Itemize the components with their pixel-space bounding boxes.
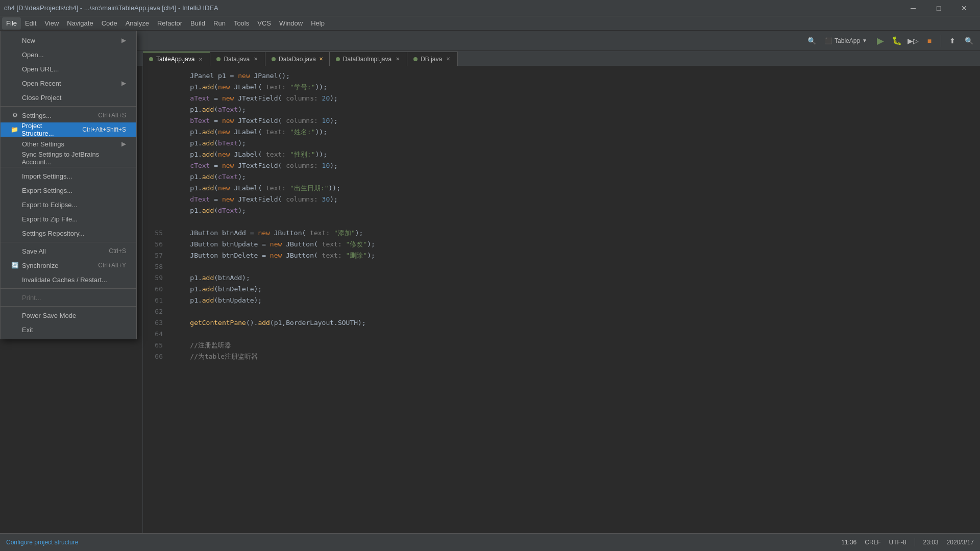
menu-tools[interactable]: Tools bbox=[230, 17, 253, 30]
status-line-ending: CRLF bbox=[865, 539, 880, 546]
file-dropdown-menu: New ▶ Open... Open URL... Open Recent ▶ … bbox=[0, 31, 137, 339]
menu-help[interactable]: Help bbox=[307, 17, 329, 30]
menu-item-import-settings[interactable]: Import Settings... bbox=[1, 169, 136, 183]
ln: 58 bbox=[143, 261, 163, 272]
tab-close-datadaoimpl[interactable]: ✕ bbox=[395, 56, 401, 62]
menu-item-invalidate-label: Invalidate Caches / Restart... bbox=[22, 276, 107, 284]
code-line: JPanel p1 = new JPanel(); bbox=[174, 70, 976, 82]
ln: 57 bbox=[143, 250, 163, 261]
menu-edit[interactable]: Edit bbox=[21, 17, 40, 30]
toolbar-search-btn[interactable]: 🔍 bbox=[804, 34, 819, 48]
code-line: cText = new JTextField( columns: 10); bbox=[174, 160, 976, 171]
power-icon bbox=[11, 311, 19, 319]
menu-item-export-settings[interactable]: Export Settings... bbox=[1, 183, 136, 197]
code-editor[interactable]: 55 56 57 58 59 60 61 62 63 64 65 66 JPan… bbox=[143, 66, 980, 533]
close-button[interactable]: ✕ bbox=[952, 1, 976, 15]
tab-label: DataDao.java bbox=[279, 56, 316, 63]
code-line bbox=[174, 261, 976, 272]
repo-icon bbox=[11, 229, 19, 237]
menu-item-export-eclipse[interactable]: Export to Eclipse... bbox=[1, 197, 136, 212]
menu-shortcut: Ctrl+Alt+S bbox=[98, 112, 126, 119]
menu-build[interactable]: Build bbox=[186, 17, 209, 30]
menu-item-export-zip[interactable]: Export to Zip File... bbox=[1, 212, 136, 226]
menu-run[interactable]: Run bbox=[209, 17, 230, 30]
synchronize-icon: 🔄 bbox=[11, 261, 19, 269]
run-coverage-button[interactable]: ▶▷ bbox=[906, 34, 920, 48]
ln: 60 bbox=[143, 284, 163, 295]
menu-item-print[interactable]: Print... bbox=[1, 290, 136, 305]
ln bbox=[143, 149, 163, 160]
code-line: //为table注册监听器 bbox=[174, 351, 976, 362]
toolbar-run-config[interactable]: ⬛ TableApp ▼ bbox=[821, 35, 871, 46]
menu-item-print-label: Print... bbox=[22, 294, 41, 302]
title-bar-text: ch4 [D:\IdeaProjects\ch4] - ...\src\main… bbox=[4, 4, 218, 12]
update-button[interactable]: ⬆ bbox=[945, 34, 960, 48]
menu-item-new-label: New bbox=[22, 37, 35, 44]
code-line: JButton btnUpdate = new JButton( text: "… bbox=[174, 239, 976, 250]
submenu-arrow-icon: ▶ bbox=[121, 37, 126, 44]
title-bar-controls: ─ □ ✕ bbox=[901, 1, 976, 15]
menu-analyze[interactable]: Analyze bbox=[121, 17, 153, 30]
menu-item-other-settings[interactable]: Other Settings ▶ bbox=[1, 137, 136, 151]
menu-item-save-all[interactable]: Save All Ctrl+S bbox=[1, 244, 136, 258]
tab-tableapp[interactable]: TableApp.java ✕ bbox=[143, 52, 210, 66]
stop-button[interactable]: ■ bbox=[922, 34, 937, 48]
eclipse-icon bbox=[11, 201, 19, 209]
ln bbox=[143, 70, 163, 82]
tab-data[interactable]: Data.java ✕ bbox=[210, 52, 265, 66]
code-text[interactable]: JPanel p1 = new JPanel(); p1.add(new JLa… bbox=[166, 66, 980, 533]
menu-item-close-project[interactable]: Close Project bbox=[1, 90, 136, 105]
menu-item-open-url-label: Open URL... bbox=[22, 65, 59, 73]
tab-icon bbox=[336, 57, 340, 61]
menu-view[interactable]: View bbox=[40, 17, 63, 30]
menu-item-power-save[interactable]: Power Save Mode bbox=[1, 308, 136, 322]
menu-separator bbox=[1, 242, 136, 242]
code-line: aText = new JTextField( columns: 20); bbox=[174, 93, 976, 104]
open-recent-icon bbox=[11, 79, 19, 87]
tab-close-data[interactable]: ✕ bbox=[253, 56, 259, 62]
menu-item-export-zip-label: Export to Zip File... bbox=[22, 215, 78, 223]
debug-button[interactable]: 🐛 bbox=[890, 34, 904, 48]
menu-vcs[interactable]: VCS bbox=[253, 17, 275, 30]
menu-item-sync-settings[interactable]: Sync Settings to JetBrains Account... bbox=[1, 151, 136, 165]
other-settings-icon bbox=[11, 140, 19, 148]
search2-button[interactable]: 🔍 bbox=[962, 34, 976, 48]
ln bbox=[143, 138, 163, 149]
menu-code[interactable]: Code bbox=[97, 17, 121, 30]
minimize-button[interactable]: ─ bbox=[901, 1, 925, 15]
menu-separator bbox=[1, 167, 136, 167]
run-button[interactable]: ▶ bbox=[873, 34, 888, 48]
menu-item-settings-repo-label: Settings Repository... bbox=[22, 230, 85, 237]
menu-item-project-structure[interactable]: 📁 Project Structure... Ctrl+Alt+Shift+S bbox=[1, 122, 136, 137]
menu-item-open-label: Open... bbox=[22, 51, 44, 59]
tab-datadao[interactable]: DataDao.java ✕ bbox=[265, 52, 330, 66]
code-line: p1.add(dText); bbox=[174, 205, 976, 216]
ln bbox=[143, 216, 163, 228]
menu-item-settings-repo[interactable]: Settings Repository... bbox=[1, 226, 136, 240]
menu-item-new[interactable]: New ▶ bbox=[1, 33, 136, 47]
tab-datadaoimpl[interactable]: DataDaoImpl.java ✕ bbox=[330, 52, 407, 66]
menu-item-open[interactable]: Open... bbox=[1, 47, 136, 62]
tab-label: TableApp.java bbox=[156, 56, 194, 63]
project-structure-icon: 📁 bbox=[11, 126, 18, 134]
configure-link[interactable]: Configure project structure bbox=[6, 539, 78, 546]
tab-close-db[interactable]: ✕ bbox=[445, 56, 451, 62]
tab-db[interactable]: DB.java ✕ bbox=[407, 52, 458, 66]
menu-refactor[interactable]: Refactor bbox=[153, 17, 186, 30]
tab-close-tableapp[interactable]: ✕ bbox=[198, 56, 204, 63]
menu-item-open-url[interactable]: Open URL... bbox=[1, 62, 136, 76]
tab-icon bbox=[216, 57, 220, 61]
zip-icon bbox=[11, 215, 19, 223]
menu-navigate[interactable]: Navigate bbox=[63, 17, 97, 30]
menu-item-synchronize[interactable]: 🔄 Synchronize Ctrl+Alt+Y bbox=[1, 258, 136, 272]
menu-item-exit[interactable]: Exit bbox=[1, 322, 136, 337]
menu-window[interactable]: Window bbox=[275, 17, 307, 30]
menu-item-settings[interactable]: ⚙ Settings... Ctrl+Alt+S bbox=[1, 108, 136, 122]
menu-shortcut: Ctrl+Alt+Shift+S bbox=[82, 126, 126, 133]
ln bbox=[143, 160, 163, 171]
maximize-button[interactable]: □ bbox=[927, 1, 950, 15]
ln: 64 bbox=[143, 329, 163, 340]
menu-item-open-recent[interactable]: Open Recent ▶ bbox=[1, 76, 136, 90]
menu-file[interactable]: File bbox=[2, 17, 21, 30]
menu-item-invalidate[interactable]: Invalidate Caches / Restart... bbox=[1, 272, 136, 287]
